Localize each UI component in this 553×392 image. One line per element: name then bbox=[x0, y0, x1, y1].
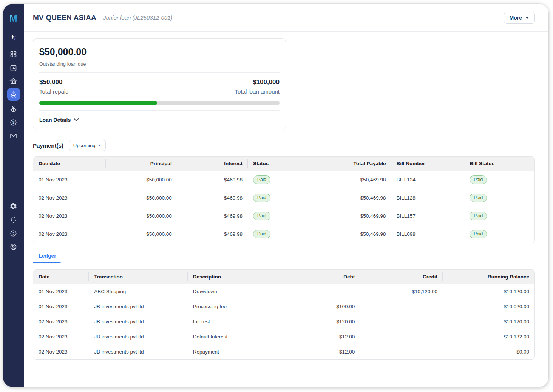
col-running-balance: Running Balance bbox=[443, 270, 534, 284]
cell-date: 01 Nov 2023 bbox=[33, 299, 89, 314]
sidebar-item-vessel[interactable] bbox=[7, 88, 20, 101]
ledger-row: 01 Nov 2023 JB investments pvt ltd Proce… bbox=[33, 299, 534, 314]
cell-principal: $50,000.00 bbox=[106, 225, 177, 243]
sidebar-item-payments[interactable]: $ bbox=[9, 117, 19, 127]
apps-grid-icon bbox=[9, 50, 17, 58]
cell-date: 02 Nov 2023 bbox=[33, 344, 89, 359]
sidebar-item-ai-assistant[interactable] bbox=[9, 32, 19, 42]
cell-bill-status: Paid bbox=[464, 189, 534, 207]
cell-date: 02 Nov 2023 bbox=[33, 329, 89, 344]
col-credit: Credit bbox=[360, 270, 443, 284]
more-button[interactable]: More bbox=[504, 12, 535, 24]
page-header: MV QUEEN ASIAA · Junior loan (JL250312-0… bbox=[24, 4, 548, 32]
sidebar-item-account[interactable] bbox=[9, 242, 19, 252]
cell-due-date: 02 Nov 2023 bbox=[33, 189, 106, 207]
sidebar-item-analytics[interactable] bbox=[9, 63, 19, 73]
help-circle-icon: ? bbox=[9, 229, 17, 237]
payments-header: Payment(s) Upcoming bbox=[33, 140, 535, 151]
cell-description: Default Interest bbox=[188, 329, 276, 344]
mail-icon bbox=[9, 132, 17, 140]
sidebar-item-settings[interactable] bbox=[9, 201, 19, 211]
total-repaid: $50,000 Total repaid bbox=[39, 78, 69, 95]
cell-debt: $12.00 bbox=[276, 329, 360, 344]
cell-debt: $100.00 bbox=[276, 299, 360, 314]
payments-filter-dropdown[interactable]: Upcoming bbox=[69, 140, 106, 151]
loan-details-toggle[interactable]: Loan Details bbox=[39, 116, 78, 124]
cell-bill-number: BILL124 bbox=[391, 171, 464, 189]
ledger-table: Date Transaction Description Debt Credit… bbox=[33, 269, 535, 360]
cell-due-date: 02 Nov 2023 bbox=[33, 225, 106, 243]
cell-credit: $10,120.00 bbox=[360, 284, 443, 299]
ledger-row: 01 Nov 2023 ABC Shipping Drawdown $10,12… bbox=[33, 284, 534, 299]
sidebar-item-notifications[interactable] bbox=[9, 215, 19, 224]
cell-interest: $469.98 bbox=[177, 189, 248, 207]
chevron-down-icon bbox=[98, 145, 101, 146]
cell-credit bbox=[360, 314, 443, 329]
anchor-icon bbox=[9, 105, 17, 113]
payment-row: 01 Nov 2023 $50,000.00 $469.98 Paid $50,… bbox=[33, 171, 534, 189]
loan-totals: $50,000 Total repaid $100,000 Total loan… bbox=[39, 78, 280, 95]
page-subtitle: · Junior loan (JL250312-001) bbox=[100, 14, 173, 21]
sidebar-item-bank[interactable] bbox=[9, 76, 19, 86]
sidebar: M bbox=[3, 4, 24, 387]
status-badge: Paid bbox=[470, 230, 487, 238]
cell-date: 02 Nov 2023 bbox=[33, 314, 89, 329]
ledger-row: 02 Nov 2023 JB investments pvt ltd Defau… bbox=[33, 329, 534, 344]
payment-row: 02 Nov 2023 $50,000.00 $469.98 Paid $50,… bbox=[33, 189, 534, 207]
col-bill-status: Bill Status bbox=[464, 157, 534, 171]
cell-description: Drawdown bbox=[188, 284, 276, 299]
col-due-date: Due date bbox=[33, 157, 106, 171]
cell-status: Paid bbox=[248, 189, 320, 207]
total-loan-value: $100,000 bbox=[235, 78, 280, 86]
cell-interest: $469.98 bbox=[177, 171, 248, 189]
cell-principal: $50,000.00 bbox=[106, 189, 177, 207]
cell-status: Paid bbox=[248, 171, 320, 189]
bell-icon bbox=[9, 216, 17, 224]
outstanding-amount: $50,000.00 bbox=[39, 46, 280, 57]
col-principal: Principal bbox=[106, 157, 177, 171]
more-button-label: More bbox=[510, 15, 522, 21]
cell-bill-status: Paid bbox=[464, 171, 534, 189]
card-divider bbox=[39, 110, 280, 111]
cell-bill-status: Paid bbox=[464, 207, 534, 225]
cell-bill-number: BILL128 bbox=[391, 189, 464, 207]
total-loan-label: Total loan amount bbox=[235, 88, 280, 95]
svg-text:$: $ bbox=[12, 120, 15, 125]
sidebar-item-anchor[interactable] bbox=[9, 104, 19, 114]
col-date: Date bbox=[33, 270, 89, 284]
cell-transaction: JB investments pvt ltd bbox=[89, 299, 187, 314]
cell-principal: $50,000.00 bbox=[106, 171, 177, 189]
cell-debt: $120.00 bbox=[276, 314, 360, 329]
logo-m-icon: M bbox=[9, 14, 17, 23]
ledger-row: 02 Nov 2023 JB investments pvt ltd Inter… bbox=[33, 314, 534, 329]
card-divider bbox=[39, 72, 280, 73]
cell-debt: $12.00 bbox=[276, 344, 360, 359]
col-interest: Interest bbox=[177, 157, 248, 171]
ship-icon bbox=[9, 90, 18, 98]
cell-credit bbox=[360, 344, 443, 359]
chevron-down-icon bbox=[525, 17, 529, 19]
sidebar-item-apps[interactable] bbox=[9, 49, 19, 59]
cell-total-payable: $50,469.98 bbox=[320, 171, 391, 189]
sidebar-divider bbox=[9, 45, 19, 45]
total-loan: $100,000 Total loan amount bbox=[235, 78, 280, 95]
outstanding-label: Outstanding loan due bbox=[39, 61, 280, 67]
sidebar-item-mail[interactable] bbox=[9, 131, 19, 141]
cell-date: 01 Nov 2023 bbox=[33, 284, 89, 299]
sidebar-item-help[interactable]: ? bbox=[9, 228, 19, 238]
tab-bar: Ledger bbox=[33, 252, 535, 263]
status-badge: Paid bbox=[253, 194, 270, 202]
cell-description: Interest bbox=[188, 314, 276, 329]
payment-row: 02 Nov 2023 $50,000.00 $469.98 Paid $50,… bbox=[33, 207, 534, 225]
col-debt: Debt bbox=[276, 270, 360, 284]
cell-due-date: 02 Nov 2023 bbox=[33, 207, 106, 225]
app-logo[interactable]: M bbox=[9, 13, 19, 23]
dollar-coin-icon: $ bbox=[9, 118, 17, 126]
col-bill-number: Bill Number bbox=[391, 157, 464, 171]
loan-progress-fill bbox=[39, 101, 157, 105]
cell-description: Repayment bbox=[188, 344, 276, 359]
cell-running-balance: $10,020.00 bbox=[443, 299, 534, 314]
cell-interest: $469.98 bbox=[177, 207, 248, 225]
tab-ledger[interactable]: Ledger bbox=[33, 253, 65, 263]
cell-credit bbox=[360, 299, 443, 314]
